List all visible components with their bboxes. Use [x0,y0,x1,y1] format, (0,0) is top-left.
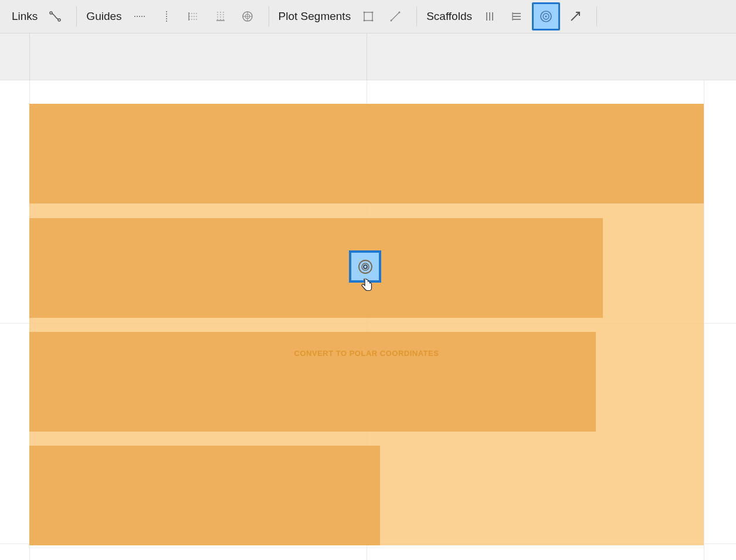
svg-point-20 [372,20,374,22]
scaffold-horizontal-button[interactable] [505,5,528,28]
scaffold-vertical-button[interactable] [478,5,501,28]
link-icon [48,9,62,23]
vertical-guide-icon [160,10,173,23]
plot-region-button[interactable] [357,5,380,28]
toolbar-separator [269,6,269,26]
polar-guide-icon [241,10,254,23]
links-button[interactable] [43,5,67,28]
line-icon [389,10,402,23]
toolbar-group-links: Links [7,5,72,28]
svg-point-31 [541,11,551,22]
svg-point-0 [50,12,52,14]
plot-line-button[interactable] [384,5,407,28]
guide-polar-button[interactable] [236,5,259,28]
guides-label: Guides [86,10,121,23]
guide-y-icon [214,10,227,23]
svg-point-18 [372,12,374,13]
svg-point-34 [359,260,372,273]
svg-point-17 [364,12,365,13]
svg-point-22 [391,20,392,22]
scaffold-curve-button[interactable] [564,5,587,28]
svg-point-12 [243,12,252,21]
toolbar-group-guides: Guides [82,5,263,28]
guide-x-button[interactable] [182,5,205,28]
svg-point-36 [364,265,367,269]
guide-y-button[interactable] [209,5,232,28]
links-label: Links [12,10,38,23]
drop-target-overlay: CONVERT TO POLAR COORDINATES [29,104,704,545]
scaffold-vertical-icon [483,10,496,23]
region-icon [362,10,375,23]
svg-point-19 [364,20,365,22]
chart-bar [29,332,596,432]
chart-bar [29,218,603,318]
toolbar-group-scaffolds: Scaffolds [422,2,592,30]
header-strip [0,33,736,80]
toolbar: Links Guides [0,0,736,33]
svg-point-23 [399,12,401,13]
drag-preview-polar [349,250,381,283]
svg-point-13 [245,14,250,19]
svg-point-1 [58,19,60,21]
chart-bar [29,104,704,203]
toolbar-separator [76,6,77,26]
guide-horizontal-button[interactable] [128,5,151,28]
svg-point-35 [362,263,369,270]
guide-x-icon [187,10,200,23]
polar-icon [357,258,374,276]
curve-icon [569,10,582,23]
chart-bar [29,446,380,545]
svg-point-32 [543,13,549,19]
plot-segments-label: Plot Segments [279,10,351,23]
guide-vertical-button[interactable] [155,5,178,28]
toolbar-group-plot-segments: Plot Segments [274,5,412,28]
toolbar-separator [596,6,597,26]
scaffolds-label: Scaffolds [426,10,472,23]
svg-rect-16 [364,12,372,21]
scaffold-polar-button[interactable] [532,2,560,30]
horizontal-guide-icon [133,10,146,23]
scaffold-horizontal-icon [510,10,523,23]
chart-canvas[interactable]: CONVERT TO POLAR COORDINATES [0,80,736,560]
svg-point-33 [545,15,547,17]
scaffold-polar-icon [538,9,554,24]
svg-line-21 [391,12,399,21]
toolbar-separator [416,6,417,26]
